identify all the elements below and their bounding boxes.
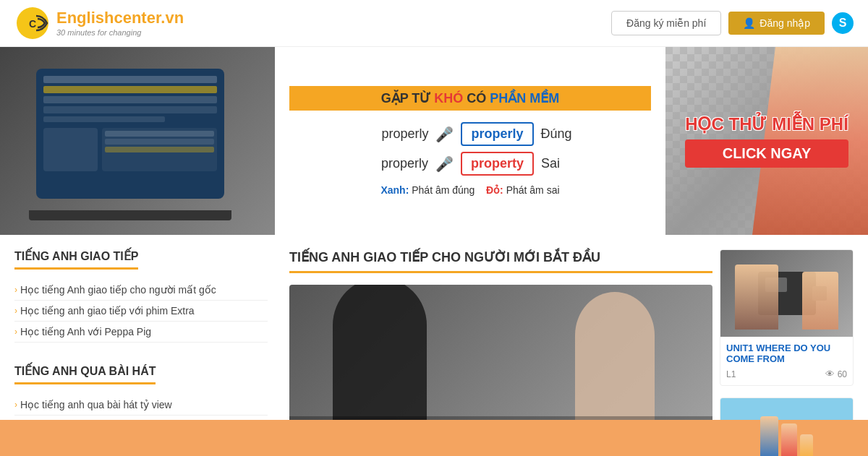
login-button[interactable]: 👤 Đăng nhập	[728, 12, 825, 35]
user-icon: 👤	[743, 17, 755, 29]
hoc-thu-box: HỌC THỬ MIỄN PHÍ CLICK NGAY	[685, 114, 848, 168]
arrow-icon: ›	[14, 327, 17, 337]
figure-man	[333, 285, 427, 436]
link-text: Học tiếng anh qua bài hát tỷ view	[20, 399, 172, 410]
list-item: › Học tiếng anh giao tiếp với phim Extra	[14, 301, 268, 322]
word-row-1: properly 🎤 properly Đúng	[289, 122, 651, 146]
sidebar-link[interactable]: › Học tiếng Anh giao tiếp cho người mất …	[14, 284, 268, 296]
banner-legend: Xanh: Phát âm đúng Đỏ: Phát âm sai	[380, 184, 559, 196]
family-figures	[760, 416, 813, 456]
word-label-2: properly	[363, 156, 428, 171]
link-text: Học tiếng anh giao tiếp với phim Extra	[20, 305, 195, 317]
hoc-thu-title: HỌC THỬ MIỄN PHÍ	[685, 114, 848, 135]
card-image-2	[720, 398, 853, 456]
section-title-bai-hat: TIẾNG ANH QUA BÀI HÁT	[14, 364, 156, 384]
right-sidebar: UNIT1 WHERE DO YOU COME FROM L1 👁 60	[720, 249, 854, 456]
link-text: Học tiếng Anh giao tiếp cho người mất gố…	[20, 284, 216, 296]
logo-area: C Englishcenter.vn 30 minutes for changi…	[14, 5, 184, 41]
svg-text:C: C	[29, 18, 36, 30]
banner-right-bg: HỌC THỬ MIỄN PHÍ CLICK NGAY	[665, 47, 868, 235]
card-image-1	[720, 250, 853, 337]
figure-b	[781, 423, 797, 456]
card-views-1: 👁 60	[825, 369, 847, 379]
arrow-icon: ›	[14, 400, 17, 410]
logo-name: Englishcenter	[56, 9, 161, 27]
register-button[interactable]: Đăng ký miễn phí	[611, 11, 721, 35]
card-1[interactable]: UNIT1 WHERE DO YOU COME FROM L1 👁 60	[720, 249, 854, 386]
card-body-1: UNIT1 WHERE DO YOU COME FROM L1 👁 60	[720, 337, 853, 385]
banner-title-soft: PHẦN MỀM	[490, 91, 559, 106]
sidebar-link[interactable]: › Học tiếng anh qua bài hát tỷ view	[14, 399, 268, 410]
content-section-title: TIẾNG ANH GIAO TIẾP CHO NGƯỜI MỚI BẮT ĐẦ…	[289, 249, 712, 273]
mic-icon-2: 🎤	[435, 155, 454, 173]
banner-right: HỌC THỬ MIỄN PHÍ CLICK NGAY	[665, 47, 868, 235]
list-item: › Học tiếng Anh giao tiếp cho người mất …	[14, 280, 268, 301]
mic-icon-1: 🎤	[435, 126, 454, 143]
skype-letter: S	[839, 17, 847, 30]
banner-laptop-bg	[0, 47, 275, 235]
logo-main: Englishcenter.vn	[56, 9, 184, 27]
arrow-icon: ›	[14, 285, 17, 295]
logo-icon: C	[14, 5, 51, 41]
link-text: Học tiếng Anh với Peppa Pig	[20, 326, 151, 337]
arrow-icon: ›	[14, 306, 17, 316]
word-box-1: properly	[461, 122, 533, 146]
banner-left	[0, 47, 275, 235]
banner-title-bar: GẶP TỪ KHÓ CÓ PHẦN MỀM	[289, 86, 651, 111]
sidebar-link[interactable]: › Học tiếng Anh với Peppa Pig	[14, 326, 268, 337]
banner: GẶP TỪ KHÓ CÓ PHẦN MỀM properly 🎤 proper…	[0, 47, 868, 235]
sidebar-links-giao-tiep: › Học tiếng Anh giao tiếp cho người mất …	[14, 280, 268, 343]
card-meta-1: L1 👁 60	[726, 369, 847, 379]
section-title-giao-tiep: TIẾNG ANH GIAO TIẾP	[14, 249, 138, 270]
legend-do-text: Phát âm sai	[506, 184, 560, 196]
figure-c	[800, 434, 813, 456]
skype-icon[interactable]: S	[832, 12, 854, 34]
figure-a	[760, 416, 778, 456]
logo-text: Englishcenter.vn 30 minutes for changing	[56, 9, 184, 38]
card-title-1: UNIT1 WHERE DO YOU COME FROM	[726, 343, 847, 364]
legend-do: Đỏ:	[486, 184, 503, 196]
legend-xanh: Xanh:	[380, 184, 409, 196]
figure-woman	[575, 292, 655, 436]
list-item: › Học tiếng Anh với Peppa Pig	[14, 322, 268, 343]
result-label-1: Đúng	[541, 126, 577, 142]
person-figure	[802, 272, 838, 330]
card-level-1: L1	[726, 369, 736, 379]
view-count-1: 60	[838, 369, 847, 379]
banner-center: GẶP TỪ KHÓ CÓ PHẦN MỀM properly 🎤 proper…	[275, 47, 665, 235]
legend-xanh-text: Phát âm đúng	[412, 184, 475, 196]
banner-title-hard: KHÓ	[434, 91, 463, 106]
word-label-1: properly	[363, 126, 428, 142]
card-2[interactable]	[720, 397, 854, 456]
login-label: Đăng nhập	[760, 17, 810, 29]
word-box-2: property	[461, 152, 534, 176]
sidebar-section-giao-tiep: TIẾNG ANH GIAO TIẾP › Học tiếng Anh giao…	[14, 249, 268, 343]
result-label-2: Sai	[541, 156, 577, 171]
logo-sub: 30 minutes for changing	[56, 28, 184, 38]
main-content: TIẾNG ANH GIAO TIẾP › Học tiếng Anh giao…	[0, 235, 868, 456]
logo-vn: .vn	[161, 9, 184, 27]
list-item: › Học tiếng anh qua bài hát tỷ view	[14, 395, 268, 416]
header: C Englishcenter.vn 30 minutes for changi…	[0, 0, 868, 47]
click-ngay-button[interactable]: CLICK NGAY	[685, 139, 848, 168]
word-row-2: properly 🎤 property Sai	[289, 152, 651, 176]
eye-icon-1: 👁	[825, 369, 835, 379]
sidebar-link[interactable]: › Học tiếng anh giao tiếp với phim Extra	[14, 305, 268, 317]
person-figure-2	[735, 264, 778, 330]
header-actions: Đăng ký miễn phí 👤 Đăng nhập S	[611, 11, 854, 35]
